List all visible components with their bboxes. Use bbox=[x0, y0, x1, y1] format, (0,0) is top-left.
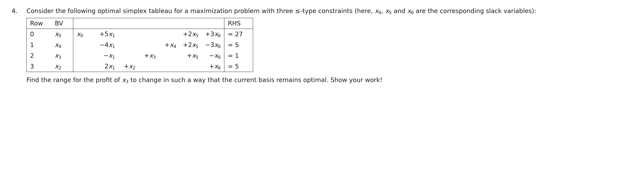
intro-text-4: and bbox=[392, 7, 407, 15]
var-x3: x bbox=[122, 76, 126, 83]
tableau-row: 1x4−4x1+x4+2x5−3x6= 5 bbox=[26, 40, 253, 50]
tableau-header: Row BV RHS bbox=[26, 18, 253, 29]
cell-bv: x2 bbox=[52, 61, 73, 72]
term-x5: +2x5 bbox=[176, 30, 198, 39]
term-x0 bbox=[77, 40, 92, 50]
cell-bv: x4 bbox=[52, 40, 73, 50]
term-x3 bbox=[136, 40, 156, 50]
simplex-tableau: Row BV RHS 0x0x0+5x1+2x5+3x6= 271x4−4x1+… bbox=[26, 18, 253, 72]
term-x2 bbox=[115, 30, 135, 39]
cell-row: 0 bbox=[26, 29, 52, 40]
term-x6: −3x6 bbox=[198, 40, 221, 50]
term-x0: x0 bbox=[77, 30, 92, 39]
term-x3 bbox=[136, 62, 156, 71]
cell-equation: −4x1+x4+2x5−3x6 bbox=[73, 40, 224, 50]
cell-row: 1 bbox=[26, 40, 52, 50]
question-block: 4. Consider the following optimal simple… bbox=[12, 7, 632, 85]
term-x5: +2x5 bbox=[176, 40, 198, 50]
term-x6: +x6 bbox=[198, 62, 221, 71]
var-x5: x bbox=[385, 7, 389, 15]
term-x2: +x2 bbox=[115, 62, 135, 71]
term-x1: −x1 bbox=[92, 51, 115, 60]
header-rhs: RHS bbox=[224, 18, 253, 29]
intro-text-1: Consider the following optimal simplex t… bbox=[26, 7, 295, 15]
closing-text-1: Find the range for the profit of bbox=[26, 76, 122, 83]
term-x6: +3x6 bbox=[198, 30, 221, 39]
le-symbol: ≤ bbox=[295, 7, 300, 15]
question-body: Consider the following optimal simplex t… bbox=[26, 7, 632, 85]
cell-rhs: = 5 bbox=[224, 61, 253, 72]
term-x5 bbox=[176, 62, 198, 71]
term-x6: −x6 bbox=[198, 51, 221, 60]
cell-equation: x0+5x1+2x5+3x6 bbox=[73, 29, 224, 40]
cell-bv: x0 bbox=[52, 29, 73, 40]
term-x1: +5x1 bbox=[92, 30, 115, 39]
term-x1: 2x1 bbox=[92, 62, 115, 71]
term-x2 bbox=[115, 40, 135, 50]
page: 4. Consider the following optimal simple… bbox=[0, 0, 644, 92]
cell-rhs: = 27 bbox=[224, 29, 253, 40]
cell-equation: 2x1+x2+x6 bbox=[73, 61, 224, 72]
closing-paragraph: Find the range for the profit of x3 to c… bbox=[26, 75, 632, 85]
closing-text-2: to change in such a way that the current… bbox=[128, 76, 382, 83]
term-x2 bbox=[115, 51, 135, 60]
term-x4 bbox=[156, 30, 176, 39]
tableau-row: 2x3−x1+x3+x5−x6= 1 bbox=[26, 50, 253, 61]
var-x3-sub: 3 bbox=[126, 79, 128, 84]
term-x4 bbox=[156, 62, 176, 71]
header-row: Row bbox=[26, 18, 52, 29]
cell-equation: −x1+x3+x5−x6 bbox=[73, 50, 224, 61]
term-x3 bbox=[136, 30, 156, 39]
term-x0 bbox=[77, 62, 92, 71]
var-x4: x bbox=[375, 7, 378, 15]
cell-bv: x3 bbox=[52, 50, 73, 61]
term-x5: +x5 bbox=[176, 51, 198, 60]
tableau-row: 3x22x1+x2+x6= 5 bbox=[26, 61, 253, 72]
var-x6: x bbox=[407, 7, 411, 15]
cell-row: 3 bbox=[26, 61, 52, 72]
question-number: 4. bbox=[12, 7, 26, 16]
cell-rhs: = 5 bbox=[224, 40, 253, 50]
intro-paragraph: Consider the following optimal simplex t… bbox=[26, 7, 632, 16]
cell-row: 2 bbox=[26, 50, 52, 61]
intro-text-2: -type constraints (here, bbox=[300, 7, 375, 15]
var-x4-sub: 4 bbox=[378, 10, 381, 15]
term-x3: +x3 bbox=[136, 51, 156, 60]
term-x1: −4x1 bbox=[92, 40, 115, 50]
header-bv: BV bbox=[52, 18, 73, 29]
term-x4: +x4 bbox=[156, 40, 176, 50]
header-eq bbox=[73, 18, 224, 29]
intro-text-5: are the corresponding slack variables): bbox=[414, 7, 536, 15]
term-x0 bbox=[77, 51, 92, 60]
intro-text-3: , bbox=[381, 7, 385, 15]
var-x6-sub: 6 bbox=[411, 10, 414, 15]
tableau-row: 0x0x0+5x1+2x5+3x6= 27 bbox=[26, 29, 253, 40]
var-x5-sub: 5 bbox=[389, 10, 392, 15]
cell-rhs: = 1 bbox=[224, 50, 253, 61]
term-x4 bbox=[156, 51, 176, 60]
